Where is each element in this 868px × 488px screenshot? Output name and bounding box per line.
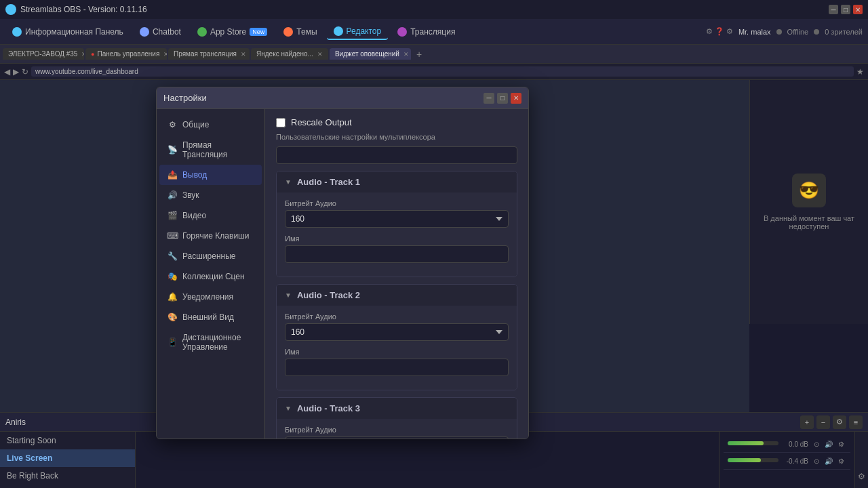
dialog-titlebar: Настройки ─ □ ✕ (157, 87, 528, 109)
track-1-label: Audio - Track 1 (297, 177, 360, 187)
sidebar-label-audio: Звук (182, 190, 199, 200)
tab-close-4[interactable]: ✕ (403, 51, 409, 58)
scene-item-ending[interactable]: Ending Soon (0, 485, 135, 488)
track-1-bitrate-label: Битрейт Аудио (285, 199, 509, 207)
mixer-btn-2a[interactable]: ⊙ (811, 455, 822, 466)
tab-close-2[interactable]: ✕ (241, 51, 246, 58)
dialog-title: Настройки (163, 93, 207, 103)
sidebar-item-audio[interactable]: 🔊 Звук (159, 185, 262, 205)
scene-item-brb[interactable]: Be Right Back (0, 467, 135, 485)
nav-item-appstore[interactable]: App Store New (191, 24, 274, 39)
scene-item-live[interactable]: Live Screen (0, 449, 135, 467)
tab-close-3[interactable]: ✕ (317, 51, 323, 58)
track-header-1[interactable]: ▼ Audio - Track 1 (277, 171, 517, 192)
dialog-maximize-button[interactable]: □ (497, 93, 508, 104)
sidebar-item-appearance[interactable]: 🎨 Внешний Вид (159, 307, 262, 327)
sidebar-item-remote[interactable]: 📱 Дистанционное Управление (159, 327, 262, 357)
main-area: Настройки ─ □ ✕ ⚙ Общие 📡 Прямая Трансля… (0, 80, 868, 412)
hotkeys-icon: ⌨ (167, 231, 177, 241)
dialog-close-button[interactable]: ✕ (511, 93, 521, 104)
mux-helper: Пользовательские настройки мультиплексор… (276, 133, 517, 141)
nav-reload-icon[interactable]: ↻ (22, 67, 28, 77)
mixer-db-2: -0.4 dB (781, 458, 808, 465)
tab-close-0[interactable]: ✕ (81, 51, 84, 58)
sidebar-item-output[interactable]: 📤 Вывод (159, 165, 262, 185)
obs-logo (5, 4, 16, 15)
scene-filter-button[interactable]: ≡ (849, 415, 863, 429)
mixer-btn-1c[interactable]: ⚙ (835, 439, 846, 449)
nav-back-icon[interactable]: ◀ (4, 67, 10, 77)
track-body-2: Битрейт Аудио 160 Имя (277, 306, 517, 390)
sidebar-item-notifications[interactable]: 🔔 Уведомления (159, 287, 262, 307)
track-section-1: ▼ Audio - Track 1 Битрейт Аудио 160 Имя (276, 171, 517, 277)
viewer-count: 0 зрителей (825, 28, 863, 36)
sidebar-label-notifications: Уведомления (182, 292, 233, 302)
window-controls[interactable]: ─ □ ✕ (829, 5, 863, 14)
title-bar-right: ─ □ ✕ (829, 5, 863, 14)
scene-list: Starting Soon Live Screen Be Right Back … (0, 432, 136, 488)
scene-add-button[interactable]: + (800, 415, 814, 429)
dialog-minimize-button[interactable]: ─ (484, 93, 494, 104)
track-2-name-input[interactable] (285, 359, 509, 376)
offline-status: Offline (787, 28, 809, 36)
nav-label-broadcast: Трансляция (410, 27, 455, 37)
mux-input[interactable] (276, 146, 517, 164)
app-title: Streamlabs OBS - Version: 0.11.16 (20, 5, 147, 14)
track-3-bitrate-select[interactable]: 160 (285, 436, 509, 439)
nav-item-editor[interactable]: Редактор (327, 24, 389, 40)
nav-item-dashboard[interactable]: Информационная Панель (5, 24, 130, 39)
url-input[interactable] (31, 66, 854, 77)
mixer-btn-1b[interactable]: 🔊 (823, 439, 834, 449)
sidebar-item-video[interactable]: 🎬 Видео (159, 205, 262, 226)
track-2-label: Audio - Track 2 (297, 290, 360, 300)
nav-label-chatbot: Chatbot (153, 27, 181, 37)
dialog-controls: ─ □ ✕ (484, 93, 521, 104)
scene-title: Аniris (5, 418, 26, 427)
expand-panel-button[interactable]: ⚙ (854, 432, 868, 488)
bookmark-icon[interactable]: ★ (856, 67, 864, 77)
close-button[interactable]: ✕ (853, 5, 863, 14)
track-1-name-input[interactable] (285, 245, 509, 263)
rescale-checkbox[interactable] (276, 118, 285, 127)
rescale-row: Rescale Output (276, 117, 517, 127)
sidebar-item-advanced[interactable]: 🔧 Расширенные (159, 246, 262, 266)
sidebar-item-general[interactable]: ⚙ Общие (159, 115, 262, 135)
tab-close-1[interactable]: ✕ (163, 51, 167, 58)
minimize-button[interactable]: ─ (829, 5, 838, 14)
new-tab-button[interactable]: + (412, 47, 426, 61)
tab-2[interactable]: Прямая трансляция ✕ (168, 48, 250, 60)
scene-remove-button[interactable]: − (816, 415, 830, 429)
mixer-btn-2c[interactable]: ⚙ (835, 455, 846, 466)
sidebar-label-scenes: Коллекции Сцен (182, 272, 245, 281)
sidebar-label-stream: Прямая Трансляция (182, 140, 254, 159)
mixer-btn-1a[interactable]: ⊙ (811, 439, 822, 449)
nav-forward-icon[interactable]: ▶ (13, 67, 19, 77)
track-body-3: Битрейт Аудио 160 Имя (277, 419, 517, 439)
sidebar-label-appearance: Внешний Вид (182, 312, 234, 322)
scene-settings-button[interactable]: ⚙ (833, 415, 846, 429)
editor-icon (334, 26, 343, 36)
expand-icon: ⚙ (858, 472, 865, 481)
nav-item-chatbot[interactable]: Chatbot (133, 24, 188, 39)
nav-item-broadcast[interactable]: Трансляция (391, 24, 462, 39)
track-1-bitrate-select[interactable]: 160 (285, 210, 509, 228)
chat-panel: 😎 В данный момент ваш чат недоступен (749, 80, 868, 324)
track-2-bitrate-select[interactable]: 160 (285, 323, 509, 341)
track-header-2[interactable]: ▼ Audio - Track 2 (277, 285, 517, 306)
sidebar-item-scenes[interactable]: 🎭 Коллекции Сцен (159, 266, 262, 287)
scene-item-starting[interactable]: Starting Soon (0, 432, 135, 449)
viewer-dot (814, 29, 819, 35)
sidebar-item-hotkeys[interactable]: ⌨ Горячие Клавиши (159, 226, 262, 246)
tab-4[interactable]: Виджет оповещений ✕ (330, 48, 411, 60)
mixer-btn-2b[interactable]: 🔊 (823, 455, 834, 466)
output-icon: 📤 (167, 170, 177, 180)
sidebar-item-stream[interactable]: 📡 Прямая Трансляция (159, 135, 262, 165)
tab-3[interactable]: Яндекс найдено... ✕ (251, 48, 328, 60)
nav-item-themes[interactable]: Темы (277, 24, 323, 39)
scene-label-brb: Be Right Back (7, 471, 58, 481)
username: Mr. malax (738, 28, 771, 36)
tab-1[interactable]: ● Панель управления ✕ (85, 48, 167, 60)
track-header-3[interactable]: ▼ Audio - Track 3 (277, 398, 517, 419)
tab-0[interactable]: ЭЛЕКТРО-ЗАВОД #35 ✕ (3, 48, 84, 60)
maximize-button[interactable]: □ (841, 5, 850, 14)
